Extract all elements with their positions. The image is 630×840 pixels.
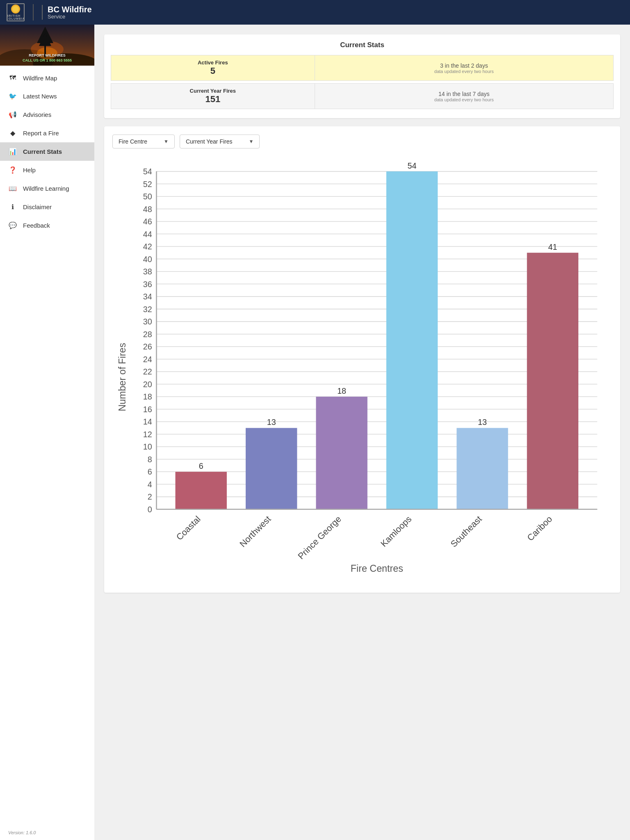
svg-text:Number of Fires: Number of Fires — [117, 343, 128, 411]
svg-text:41: 41 — [548, 242, 557, 251]
wildfire-learning-icon: 📖 — [8, 185, 17, 192]
main-content: Current Stats Active Fires 5 3 in the la… — [94, 25, 630, 840]
svg-text:13: 13 — [478, 418, 487, 427]
svg-text:22: 22 — [143, 367, 152, 376]
svg-text:8: 8 — [148, 455, 152, 464]
svg-text:42: 42 — [143, 242, 152, 251]
svg-text:32: 32 — [143, 305, 152, 314]
app-title: BC Wildfire Service — [42, 5, 92, 20]
x-labels: CoastalNorthwestPrince GeorgeKamloopsSou… — [174, 514, 554, 561]
hero-report-text: REPORT WILDFIRES — [0, 53, 94, 58]
svg-text:36: 36 — [143, 280, 152, 289]
sidebar-item-help[interactable]: ❓ Help — [0, 161, 94, 179]
sidebar-item-advisories[interactable]: 📢 Advisories — [0, 105, 94, 124]
svg-text:26: 26 — [143, 342, 152, 351]
advisories-icon: 📢 — [8, 111, 17, 119]
svg-text:12: 12 — [143, 430, 152, 439]
stats-title: Current Stats — [111, 41, 614, 49]
sidebar-nav: 🗺 Wildfire Map 🐦 Latest News 📢 Advisorie… — [0, 66, 94, 825]
svg-text:20: 20 — [143, 380, 152, 389]
dropdown2-label: Current Year Fires — [186, 138, 233, 145]
chart-container: Number of Fires — [112, 157, 612, 584]
svg-text:28: 28 — [143, 330, 152, 339]
sidebar-item-disclaimer[interactable]: ℹ Disclaimer — [0, 198, 94, 216]
disclaimer-label: Disclaimer — [23, 203, 52, 210]
disclaimer-icon: ℹ — [8, 203, 17, 211]
x-label-kamloops: Kamloops — [379, 514, 414, 549]
svg-text:18: 18 — [143, 392, 152, 401]
report-fire-label: Report a Fire — [23, 130, 59, 137]
sidebar-item-wildfire-learning[interactable]: 📖 Wildfire Learning — [0, 179, 94, 198]
hero-phone: CALL US OR 1 800 663 5555 — [0, 58, 94, 62]
svg-text:0: 0 — [148, 505, 152, 514]
svg-text:4: 4 — [148, 480, 152, 489]
x-label-southeast: Southeast — [449, 514, 484, 549]
svg-text:10: 10 — [143, 442, 152, 451]
sidebar-item-report-fire[interactable]: ◆ Report a Fire — [0, 124, 94, 142]
wildfire-learning-label: Wildfire Learning — [23, 185, 69, 192]
fire-centre-dropdown[interactable]: Fire Centre ▼ — [112, 135, 175, 148]
x-label-cariboo: Cariboo — [525, 514, 554, 543]
svg-text:52: 52 — [143, 180, 152, 189]
bar-chart: Number of Fires — [112, 157, 612, 583]
svg-text:30: 30 — [143, 317, 152, 326]
current-year-label: Current Year Fires — [118, 88, 308, 94]
svg-text:2: 2 — [148, 492, 152, 501]
feedback-icon: 💬 — [8, 221, 17, 229]
svg-text:34: 34 — [143, 292, 152, 301]
svg-text:54: 54 — [408, 161, 417, 170]
svg-text:6: 6 — [148, 467, 152, 476]
bc-logo: BRITISHCOLUMBIA — [7, 3, 25, 21]
active-fires-left: Active Fires 5 — [111, 55, 315, 80]
current-year-recent: 14 in the last 7 days — [322, 91, 607, 97]
sidebar: REPORT WILDFIRES CALL US OR 1 800 663 55… — [0, 25, 94, 840]
header: BRITISHCOLUMBIA BC Wildfire Service — [0, 0, 630, 25]
wildfire-map-icon: 🗺 — [8, 74, 17, 82]
svg-text:14: 14 — [143, 417, 152, 426]
sidebar-item-latest-news[interactable]: 🐦 Latest News — [0, 87, 94, 105]
chart-card: Fire Centre ▼ Current Year Fires ▼ Numbe… — [104, 126, 620, 593]
feedback-label: Feedback — [23, 222, 50, 229]
svg-text:50: 50 — [143, 192, 152, 201]
dropdown1-arrow: ▼ — [164, 139, 169, 144]
current-year-left: Current Year Fires 151 — [111, 84, 315, 109]
latest-news-label: Latest News — [23, 93, 57, 100]
current-year-fires-dropdown[interactable]: Current Year Fires ▼ — [180, 135, 260, 148]
active-fires-label: Active Fires — [118, 59, 308, 66]
dropdown1-label: Fire Centre — [119, 138, 147, 145]
current-year-note: data updated every two hours — [322, 97, 607, 102]
bar-kamloops — [386, 171, 438, 509]
x-label-northwest: Northwest — [238, 514, 273, 549]
active-fires-note: data updated every two hours — [322, 69, 607, 74]
advisories-label: Advisories — [23, 111, 51, 118]
bar-coastal — [176, 472, 227, 509]
bar-northwest — [246, 428, 297, 509]
latest-news-icon: 🐦 — [8, 92, 17, 100]
current-stats-icon: 📊 — [8, 148, 17, 155]
chart-bars: 61318541341 — [176, 161, 579, 509]
bar-prince-george — [316, 397, 367, 509]
y-axis: 0246810121416182022242628303234363840424… — [143, 167, 152, 514]
svg-text:38: 38 — [143, 267, 152, 276]
x-label-coastal: Coastal — [174, 514, 202, 542]
svg-text:46: 46 — [143, 217, 152, 226]
help-icon: ❓ — [8, 166, 17, 174]
sidebar-item-feedback[interactable]: 💬 Feedback — [0, 216, 94, 235]
current-stats-label: Current Stats — [23, 148, 62, 155]
version-label: Version: 1.6.0 — [0, 825, 94, 840]
logo: BRITISHCOLUMBIA BC Wildfire Service — [7, 3, 92, 21]
bar-southeast — [457, 428, 508, 509]
svg-text:24: 24 — [143, 355, 152, 364]
sidebar-item-current-stats[interactable]: 📊 Current Stats — [0, 142, 94, 161]
svg-text:18: 18 — [337, 386, 346, 395]
svg-text:54: 54 — [143, 167, 152, 176]
sidebar-item-wildfire-map[interactable]: 🗺 Wildfire Map — [0, 69, 94, 87]
svg-text:16: 16 — [143, 405, 152, 414]
chart-controls: Fire Centre ▼ Current Year Fires ▼ — [112, 135, 612, 148]
stats-card: Current Stats Active Fires 5 3 in the la… — [104, 34, 620, 118]
bar-cariboo — [527, 253, 578, 509]
report-fire-icon: ◆ — [8, 129, 17, 137]
svg-text:6: 6 — [199, 461, 203, 470]
active-fires-recent: 3 in the last 2 days — [322, 62, 607, 69]
svg-text:40: 40 — [143, 255, 152, 264]
